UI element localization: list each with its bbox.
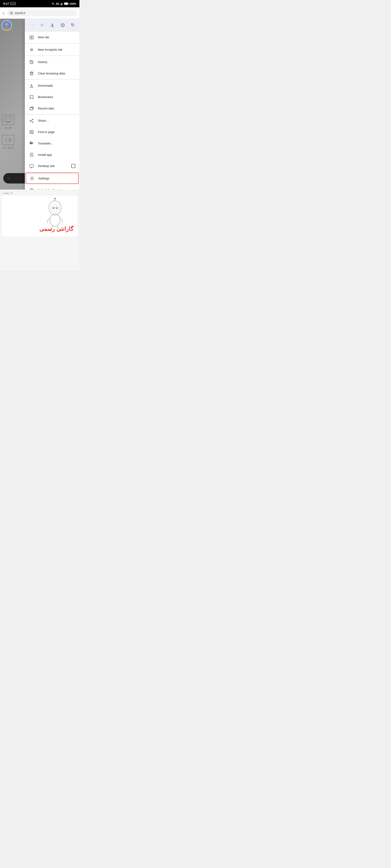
download-toolbar-button[interactable] [49,22,56,29]
status-time-area: 9:17 [3,2,16,5]
svg-point-16 [5,23,8,26]
translate-icon: G [29,141,34,146]
svg-rect-34 [30,72,33,75]
page-background: ،جو تلویزیون [0,19,79,190]
settings-label: Settings [38,177,75,180]
share-icon [29,118,34,123]
svg-rect-10 [64,3,67,5]
desktop-site-checkbox[interactable] [71,164,75,168]
back-toolbar-button[interactable]: → [28,22,36,29]
home-icon[interactable]: ⌂ [2,10,5,15]
menu-item-find-in-page[interactable]: Find in page [25,126,79,138]
svg-point-2 [14,3,15,4]
network-4g: 4G [56,2,59,5]
svg-point-15 [4,27,9,30]
svg-rect-17 [5,117,11,122]
key-icon [52,2,55,5]
svg-point-23 [10,139,10,140]
svg-point-50 [31,178,33,179]
desktop-site-label: Desktop site [38,164,67,167]
menu-item-translate[interactable]: G Translate… [25,137,79,149]
svg-point-61 [54,198,56,199]
divider-4 [25,114,79,115]
tv-icon-item: تلویزیون [2,115,14,129]
svg-point-54 [51,204,59,212]
menu-item-install-app[interactable]: Install app [25,149,79,160]
console-icon-item: کنسول بازی [2,135,14,149]
translate-label: Translate… [38,142,75,145]
downloads-icon [29,83,34,88]
menu-item-clear[interactable]: Clear browsing data [25,67,79,79]
svg-rect-9 [68,3,68,4]
svg-point-22 [9,140,10,141]
menu-item-settings[interactable]: Settings [26,173,79,184]
menu-item-share[interactable]: Share… [25,115,79,126]
bookmarks-icon [29,95,34,99]
menu-item-desktop-site[interactable]: Desktop site [25,160,79,172]
svg-rect-5 [61,3,61,5]
new-tab-icon [29,35,34,40]
address-bar[interactable]: zoomit.ir [7,10,77,16]
clear-label: Clear browsing data [38,72,75,75]
svg-point-1 [11,3,12,4]
menu-item-history[interactable]: History [25,56,79,67]
bookmark-toolbar-button[interactable]: ☆ [38,22,46,29]
svg-line-42 [31,121,32,122]
svg-point-53 [49,201,61,215]
menu-toolbar: → ☆ ↻ [25,19,79,32]
menu-item-help[interactable]: Help & feedback [25,184,79,190]
desktop-site-icon [29,163,34,168]
install-app-icon [29,152,34,157]
downloads-label: Downloads [38,84,75,87]
signal-icon [60,2,63,5]
refresh-toolbar-button[interactable]: ↻ [69,22,76,29]
clear-icon [29,71,34,76]
svg-line-41 [31,120,32,121]
console-icon [2,135,14,145]
svg-point-40 [32,122,33,123]
status-bar: 9:17 4G 100% [0,0,79,7]
new-tab-label: New tab [38,35,75,39]
cassette-icon [10,2,16,5]
browser-chrome: ⌂ zoomit.ir [0,7,79,19]
find-icon [29,130,34,134]
menu-item-incognito[interactable]: New Incognito tab [25,44,79,55]
svg-rect-37 [30,107,33,110]
svg-point-57 [53,208,54,209]
status-indicators: 4G 100% [52,2,76,5]
avatar-face [2,21,11,30]
share-label: Share… [38,119,75,122]
dropdown-menu: → ☆ ↻ [25,19,79,190]
tv-icon [2,115,14,125]
recent-tabs-icon [29,106,34,111]
divider-3 [25,79,79,80]
incognito-icon [29,47,34,52]
svg-point-28 [62,24,63,25]
svg-rect-49 [30,164,33,167]
menu-item-new-tab[interactable]: New tab [25,32,79,43]
category-icons: تلویزیون کنسول بازی [2,115,14,149]
info-toolbar-button[interactable] [59,22,66,29]
help-icon [29,188,34,190]
history-label: History [38,60,75,64]
menu-item-recent-tabs[interactable]: Recent tabs [25,102,79,114]
svg-rect-4 [60,4,61,5]
svg-line-45 [32,132,33,133]
ad-close-button[interactable]: ✕ [10,192,12,194]
menu-item-downloads[interactable]: Downloads [25,80,79,91]
menu-item-bookmarks[interactable]: Bookmarks [25,91,79,103]
battery-percent: 100% [69,2,76,5]
user-avatar [2,20,12,31]
svg-point-58 [56,208,57,209]
settings-icon [29,176,35,181]
console-label: کنسول بازی [2,146,13,149]
bookmarks-label: Bookmarks [38,95,75,99]
recent-tabs-label: Recent tabs [38,106,75,110]
find-in-page-label: Find in page [38,130,75,134]
astronaut-sketch [41,198,69,230]
svg-point-3 [52,3,54,4]
ad-label: تبلیغات [2,192,9,194]
status-time: 9:17 [3,2,9,5]
svg-rect-7 [62,2,63,5]
page-bottom: ✕ تبلیغات گارانتی رسمی [0,190,79,271]
